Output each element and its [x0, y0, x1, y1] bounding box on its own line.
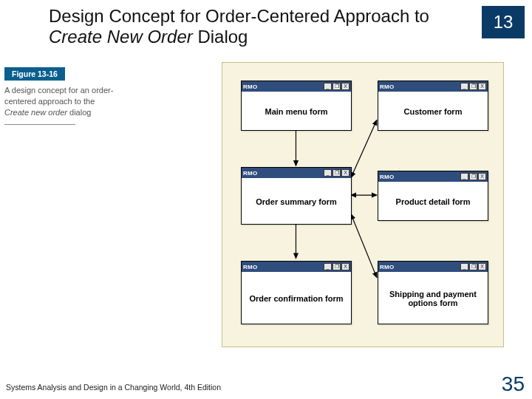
figure-rule: [4, 124, 75, 125]
caption-part-b: dialog: [67, 108, 91, 117]
close-icon: X: [478, 83, 486, 90]
minimize-icon: _: [324, 169, 332, 177]
title-emph: Create New Order: [49, 27, 193, 47]
close-icon: X: [341, 83, 349, 90]
minimize-icon: _: [460, 83, 468, 90]
titlebar-brand: RMO: [380, 264, 395, 270]
chapter-badge: 13: [482, 6, 525, 38]
window-controls: _ ❐ X: [324, 263, 349, 270]
figure-caption: A design concept for an order-centered a…: [4, 85, 142, 118]
form-shipping-payment: RMO _ ❐ X Shipping and payment options f…: [378, 261, 488, 324]
svg-line-1: [351, 120, 377, 178]
titlebar: RMO _ ❐ X: [242, 262, 351, 272]
figure-caption-block: Figure 13-16 A design concept for an ord…: [4, 66, 142, 125]
page-number: 35: [502, 372, 525, 396]
window-controls: _ ❐ X: [460, 173, 486, 180]
form-label: Customer form: [378, 92, 488, 132]
form-main-menu: RMO _ ❐ X Main menu form: [241, 81, 352, 131]
window-controls: _ ❐ X: [324, 169, 349, 177]
titlebar: RMO _ ❐ X: [242, 81, 351, 92]
titlebar-brand: RMO: [243, 170, 258, 177]
titlebar-brand: RMO: [380, 174, 395, 180]
minimize-icon: _: [460, 263, 468, 270]
maximize-icon: ❐: [332, 169, 341, 177]
titlebar: RMO _ ❐ X: [378, 262, 488, 272]
form-label: Order summary form: [242, 178, 351, 225]
window-controls: _ ❐ X: [460, 83, 486, 90]
form-product-detail: RMO _ ❐ X Product detail form: [378, 171, 488, 221]
caption-emph: Create new order: [4, 108, 67, 117]
window-controls: _ ❐ X: [324, 83, 349, 90]
titlebar-brand: RMO: [243, 83, 258, 90]
window-controls: _ ❐ X: [460, 263, 486, 270]
close-icon: X: [341, 169, 349, 177]
title-part-b: Dialog: [193, 27, 248, 47]
titlebar: RMO _ ❐ X: [378, 81, 488, 92]
title-part-a: Design Concept for Order-Centered Approa…: [49, 6, 429, 26]
form-label: Product detail form: [378, 182, 488, 222]
maximize-icon: ❐: [469, 83, 477, 90]
maximize-icon: ❐: [332, 263, 341, 270]
maximize-icon: ❐: [469, 263, 477, 270]
form-order-confirmation: RMO _ ❐ X Order confirmation form: [241, 261, 352, 324]
footer-text: Systems Analysis and Design in a Changin…: [6, 383, 221, 392]
close-icon: X: [478, 173, 486, 180]
figure-label: Figure 13-16: [4, 67, 65, 81]
slide-title: Design Concept for Order-Centered Approa…: [49, 6, 463, 47]
svg-line-3: [351, 214, 377, 278]
form-label: Main menu form: [242, 92, 351, 132]
minimize-icon: _: [460, 173, 468, 180]
titlebar-brand: RMO: [380, 83, 395, 90]
close-icon: X: [478, 263, 486, 270]
form-label: Shipping and payment options form: [378, 272, 488, 325]
titlebar-brand: RMO: [243, 264, 258, 270]
form-order-summary: RMO _ ❐ X Order summary form: [241, 167, 352, 225]
slide-header: Design Concept for Order-Centered Approa…: [0, 0, 532, 50]
chapter-number: 13: [494, 12, 514, 33]
caption-part-a: A design concept for an order-centered a…: [4, 86, 113, 106]
form-label: Order confirmation form: [242, 272, 351, 325]
titlebar: RMO _ ❐ X: [242, 168, 351, 178]
minimize-icon: _: [324, 263, 332, 270]
titlebar: RMO _ ❐ X: [378, 171, 488, 182]
close-icon: X: [341, 263, 349, 270]
form-customer: RMO _ ❐ X Customer form: [378, 81, 488, 131]
minimize-icon: _: [324, 83, 332, 90]
diagram-panel: RMO _ ❐ X Main menu form RMO _ ❐ X Custo…: [222, 62, 504, 347]
maximize-icon: ❐: [469, 173, 477, 180]
maximize-icon: ❐: [332, 83, 341, 90]
